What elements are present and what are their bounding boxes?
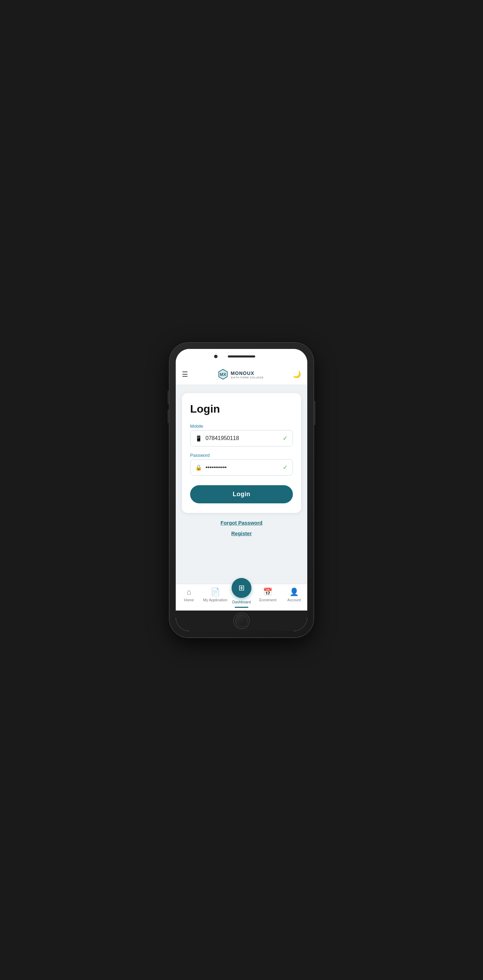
nav-enrolment[interactable]: 📅 Enrolment [255, 588, 281, 602]
login-button[interactable]: Login [190, 485, 293, 503]
register-link[interactable]: Register [182, 530, 301, 536]
dark-mode-icon[interactable]: 🌙 [293, 370, 301, 379]
mobile-label: Mobile [190, 423, 293, 429]
enrolment-label: Enrolment [259, 598, 276, 602]
account-label: Account [287, 598, 301, 602]
active-indicator [234, 607, 248, 608]
camera [214, 355, 218, 358]
phone-top-bar [176, 349, 307, 364]
password-input[interactable] [206, 464, 282, 471]
mobile-field-group: Mobile 📱 ✓ [190, 423, 293, 447]
bottom-nav: ⌂ Home 📄 My Application ⊞ Dashboard 📅 En… [176, 584, 307, 611]
password-label: Password [190, 453, 293, 458]
home-icon: ⌂ [187, 588, 191, 597]
forgot-password-link[interactable]: Forgot Password [182, 520, 301, 526]
password-check-icon: ✓ [282, 464, 288, 471]
logo-subtext: SIXTH FORM COLLEGE [231, 376, 263, 379]
mobile-icon: 📱 [195, 435, 202, 442]
svg-text:MX: MX [220, 372, 226, 377]
dashboard-icon: ⊞ [238, 584, 245, 592]
account-icon: 👤 [289, 588, 299, 597]
login-title: Login [190, 402, 293, 415]
hamburger-menu-icon[interactable]: ☰ [182, 370, 188, 379]
nav-account[interactable]: 👤 Account [281, 588, 307, 602]
home-button[interactable] [235, 615, 248, 627]
home-button-ring [233, 612, 250, 629]
logo-icon: MX [217, 368, 229, 380]
mobile-input-wrapper: 📱 ✓ [190, 430, 293, 447]
dashboard-fab[interactable]: ⊞ [231, 578, 252, 598]
enrolment-icon: 📅 [263, 588, 273, 597]
document-icon: 📄 [211, 588, 220, 597]
logo: MX MONOUX SIXTH FORM COLLEGE [217, 368, 263, 380]
navbar: ☰ MX MONOUX SIXTH FORM COLLEGE 🌙 [176, 364, 307, 385]
my-application-label: My Application [203, 598, 228, 602]
main-content: Login Mobile 📱 ✓ Password 🔒 [176, 385, 307, 584]
login-card: Login Mobile 📱 ✓ Password 🔒 [182, 393, 301, 513]
logo-text: MONOUX [231, 371, 254, 376]
dashboard-label: Dashboard [232, 600, 251, 604]
password-field-group: Password 🔒 ✓ [190, 453, 293, 476]
home-label: Home [184, 598, 194, 602]
nav-my-application[interactable]: 📄 My Application [202, 588, 228, 602]
links-section: Forgot Password Register [182, 513, 301, 544]
nav-dashboard[interactable]: ⊞ Dashboard [228, 588, 255, 608]
lock-icon: 🔒 [195, 464, 202, 471]
speaker [228, 355, 255, 358]
password-input-wrapper: 🔒 ✓ [190, 459, 293, 476]
phone-home-area [176, 611, 307, 631]
mobile-check-icon: ✓ [282, 434, 288, 442]
nav-home[interactable]: ⌂ Home [176, 588, 202, 602]
mobile-input[interactable] [206, 435, 282, 441]
